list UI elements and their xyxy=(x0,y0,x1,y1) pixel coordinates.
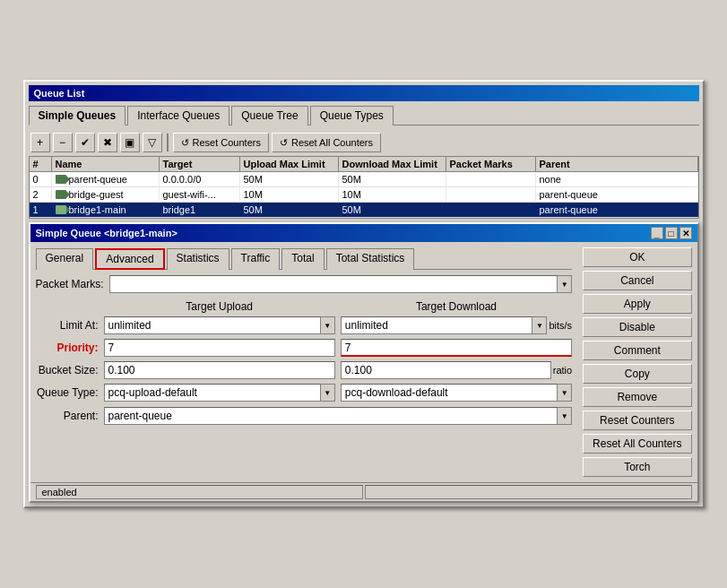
separator xyxy=(167,134,169,151)
bucket-size-row: Bucket Size: ratio xyxy=(36,361,573,379)
box-button[interactable]: ▣ xyxy=(120,133,140,152)
disable-button[interactable]: Disable xyxy=(583,317,691,337)
filter-button[interactable]: ▽ xyxy=(143,133,162,152)
packet-marks-label: Packet Marks: xyxy=(36,278,104,290)
torch-button[interactable]: Torch xyxy=(583,457,691,477)
reset-counters-toolbar-button[interactable]: ↺ Reset Counters xyxy=(173,133,269,152)
col-parent: Parent xyxy=(536,157,698,171)
add-button[interactable]: + xyxy=(30,133,50,152)
apply-button[interactable]: Apply xyxy=(583,294,691,314)
limit-at-label: Limit At: xyxy=(36,319,99,332)
queue-type-download-wrap: ▼ xyxy=(341,384,572,402)
reset-all-icon: ↺ xyxy=(280,137,288,149)
cell-target: guest-wifi-... xyxy=(160,187,240,202)
remove-button[interactable]: − xyxy=(53,133,73,152)
status-section-2 xyxy=(365,485,692,499)
tab-general[interactable]: General xyxy=(36,248,94,270)
queue-type-upload-input[interactable] xyxy=(104,384,321,402)
download-header: Target Download xyxy=(341,300,572,313)
col-target: Target xyxy=(160,157,240,171)
limit-at-download-input[interactable] xyxy=(341,316,533,334)
cell-num: 1 xyxy=(30,203,52,217)
queue-icon xyxy=(56,205,66,214)
col-upload-max: Upload Max Limit xyxy=(240,157,339,171)
packet-marks-input[interactable] xyxy=(109,275,558,293)
queue-type-label: Queue Type: xyxy=(36,386,99,399)
check-button[interactable]: ✔ xyxy=(75,133,95,152)
limit-at-upload-arrow[interactable]: ▼ xyxy=(321,316,335,334)
cross-button[interactable]: ✖ xyxy=(98,133,117,152)
copy-button[interactable]: Copy xyxy=(583,364,691,384)
minimize-button[interactable]: _ xyxy=(651,227,663,239)
dialog-title: Simple Queue <bridge1-main> xyxy=(36,228,177,238)
bucket-size-upload-input[interactable] xyxy=(104,361,335,379)
comment-button[interactable]: Comment xyxy=(583,341,691,360)
col-download-max: Download Max Limit xyxy=(339,157,446,171)
reset-counters-button[interactable]: Reset Counters xyxy=(583,411,691,430)
dialog-buttons: OK Cancel Apply Disable Comment Copy Rem… xyxy=(577,242,697,482)
outer-tab-bar: Simple Queues Interface Queues Queue Tre… xyxy=(29,105,699,125)
tab-interface-queues[interactable]: Interface Queues xyxy=(127,106,229,125)
bucket-size-download-input[interactable] xyxy=(341,361,551,379)
status-section: enabled xyxy=(36,485,363,499)
tab-advanced[interactable]: Advanced xyxy=(95,248,164,270)
cell-name: bridge1-main xyxy=(52,203,160,217)
cell-target: 0.0.0.0/0 xyxy=(160,172,240,186)
priority-upload-input[interactable] xyxy=(104,339,335,357)
cell-packet-marks xyxy=(446,187,536,202)
inner-dialog: Simple Queue <bridge1-main> _ □ ✕ Genera… xyxy=(29,222,699,503)
cell-num: 0 xyxy=(30,172,52,186)
reset-all-counters-toolbar-button[interactable]: ↺ Reset All Counters xyxy=(272,133,381,152)
table-row[interactable]: 1 bridge1-main bridge1 50M 50M parent-qu… xyxy=(30,203,698,218)
parent-arrow[interactable]: ▼ xyxy=(558,407,572,425)
remove-button[interactable]: Remove xyxy=(583,387,691,407)
upload-header: Target Upload xyxy=(104,300,335,313)
outer-window: Queue List Simple Queues Interface Queue… xyxy=(23,80,705,508)
maximize-button[interactable]: □ xyxy=(665,227,678,239)
priority-download-input[interactable] xyxy=(341,339,572,357)
packet-marks-arrow[interactable]: ▼ xyxy=(558,275,572,293)
queue-type-download-input[interactable] xyxy=(341,384,558,402)
limit-at-download-arrow[interactable]: ▼ xyxy=(532,316,547,334)
reset-all-counters-button[interactable]: Reset All Counters xyxy=(583,434,691,454)
limit-at-upload-input[interactable] xyxy=(104,316,321,334)
parent-input[interactable] xyxy=(104,407,558,425)
ok-button[interactable]: OK xyxy=(583,247,691,267)
tab-total[interactable]: Total xyxy=(281,248,324,270)
tab-queue-tree[interactable]: Queue Tree xyxy=(231,106,307,125)
priority-download-wrap xyxy=(341,339,572,357)
close-button[interactable]: ✕ xyxy=(679,227,692,239)
bucket-download-wrap: ratio xyxy=(341,361,572,379)
outer-title-bar: Queue List xyxy=(29,85,699,101)
cell-upload: 50M xyxy=(240,172,339,186)
cancel-button[interactable]: Cancel xyxy=(583,271,691,290)
cell-upload: 10M xyxy=(240,187,339,202)
toolbar: + − ✔ ✖ ▣ ▽ ↺ Reset Counters ↺ Reset All… xyxy=(29,129,699,156)
cell-download: 50M xyxy=(339,203,446,217)
tab-queue-types[interactable]: Queue Types xyxy=(310,106,394,125)
table-header: # Name Target Upload Max Limit Download … xyxy=(30,157,698,172)
queue-type-download-arrow[interactable]: ▼ xyxy=(558,384,572,402)
tab-statistics[interactable]: Statistics xyxy=(167,248,229,270)
cell-target: bridge1 xyxy=(160,203,240,217)
queue-type-upload-arrow[interactable]: ▼ xyxy=(321,384,335,402)
dialog-body: General Advanced Statistics Traffic Tota… xyxy=(30,242,697,482)
queue-icon xyxy=(56,175,66,184)
tab-traffic[interactable]: Traffic xyxy=(231,248,281,270)
cell-packet-marks xyxy=(446,203,536,217)
cell-parent: none xyxy=(536,172,698,186)
cell-num: 2 xyxy=(30,187,52,202)
status-bar: enabled xyxy=(30,482,697,501)
table-row[interactable]: 2 bridge-guest guest-wifi-... 10M 10M pa… xyxy=(30,187,698,203)
table-body: 0 parent-queue 0.0.0.0/0 50M 50M none 2 … xyxy=(30,172,698,218)
priority-upload-wrap xyxy=(104,339,335,357)
queue-table: # Name Target Upload Max Limit Download … xyxy=(29,156,699,219)
cell-parent: parent-queue xyxy=(536,203,698,217)
cell-upload: 50M xyxy=(240,203,339,217)
tab-simple-queues[interactable]: Simple Queues xyxy=(29,106,126,125)
tab-total-statistics[interactable]: Total Statistics xyxy=(326,248,415,270)
queue-icon xyxy=(56,190,66,199)
cell-download: 50M xyxy=(339,172,446,186)
table-row[interactable]: 0 parent-queue 0.0.0.0/0 50M 50M none xyxy=(30,172,698,187)
cell-packet-marks xyxy=(446,172,536,186)
